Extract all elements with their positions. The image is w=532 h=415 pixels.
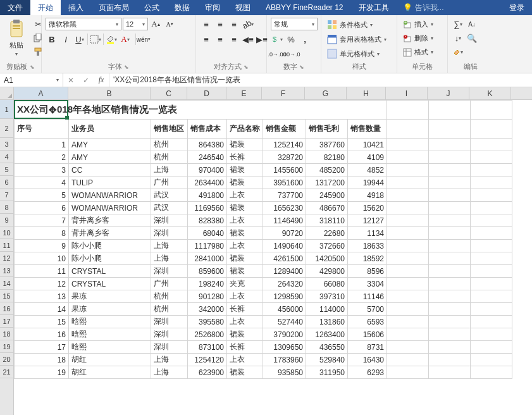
col-header[interactable]: F [262, 87, 305, 99]
row-header[interactable]: 7 [0, 189, 13, 201]
col-header[interactable]: I [386, 87, 428, 99]
cell[interactable] [471, 101, 512, 120]
cell[interactable] [471, 316, 512, 328]
cell[interactable]: 82180 [306, 151, 348, 164]
font-size-combo[interactable]: 12▾ [123, 18, 148, 30]
cell[interactable] [429, 177, 471, 189]
row-header[interactable]: 8 [0, 201, 13, 214]
cell[interactable] [471, 265, 512, 278]
row-header[interactable]: 6 [0, 176, 13, 189]
cell[interactable]: 杭州 [151, 303, 188, 316]
cell[interactable] [429, 328, 471, 341]
cell[interactable]: 429800 [306, 265, 348, 278]
cell[interactable]: 上衣 [227, 189, 263, 202]
cell[interactable]: WOMANWARRIOR [69, 189, 151, 202]
cell[interactable]: 19 [15, 366, 69, 379]
tab-view[interactable]: 视图 [228, 0, 258, 15]
row-header[interactable]: 18 [0, 328, 13, 340]
cell[interactable] [429, 202, 471, 214]
cell[interactable]: 19944 [348, 177, 387, 189]
cell[interactable] [471, 240, 512, 252]
cell[interactable]: 销售毛利 [306, 120, 348, 139]
delete-cells-button[interactable]: ×删除▾ [401, 32, 444, 45]
cell[interactable] [387, 290, 429, 303]
cell[interactable]: 864380 [188, 139, 227, 151]
cell[interactable]: 10421 [348, 139, 387, 151]
cell[interactable]: 395580 [188, 316, 227, 328]
cell[interactable]: 342000 [188, 303, 227, 316]
find-button[interactable]: 🔍 [466, 32, 478, 44]
cell[interactable]: 90720 [263, 227, 306, 240]
cell[interactable]: 11146 [348, 290, 387, 303]
cell[interactable]: 杭州 [151, 290, 188, 303]
cell[interactable] [387, 214, 429, 227]
cell[interactable] [471, 366, 512, 379]
cell[interactable]: 15606 [348, 328, 387, 341]
cell-grid[interactable]: XX公司✥018年各地区销售情况一览表序号业务员销售地区销售成本产品名称销售金额… [14, 100, 512, 379]
row-header[interactable]: 16 [0, 302, 13, 315]
cell[interactable]: 1455600 [263, 164, 306, 177]
cell[interactable]: 裙装 [227, 164, 263, 177]
cell[interactable] [429, 139, 471, 151]
cell[interactable]: 深圳 [151, 227, 188, 240]
cell[interactable] [387, 164, 429, 177]
cell[interactable]: 2634400 [188, 177, 227, 189]
cell[interactable]: 销售数量 [348, 120, 387, 139]
cell[interactable]: 果冻 [69, 303, 151, 316]
cell[interactable]: 深圳 [151, 265, 188, 278]
cell[interactable]: AMY [69, 151, 151, 164]
cell[interactable] [387, 341, 429, 354]
cell[interactable] [387, 120, 429, 139]
cell[interactable]: 114000 [306, 303, 348, 316]
cell[interactable]: 935850 [263, 366, 306, 379]
cell[interactable]: 裙装 [227, 265, 263, 278]
cell[interactable]: 深圳 [151, 341, 188, 354]
align-right-button[interactable]: ≡ [228, 33, 240, 46]
cell[interactable]: 上衣 [227, 240, 263, 252]
cell[interactable]: 397310 [306, 290, 348, 303]
cell[interactable]: 上衣 [227, 316, 263, 328]
cell[interactable]: 晗熙 [69, 328, 151, 341]
cell[interactable]: 264320 [263, 278, 306, 290]
cell[interactable] [429, 303, 471, 316]
cell[interactable] [471, 120, 512, 139]
cell[interactable]: 198240 [188, 278, 227, 290]
cell[interactable]: 8731 [348, 341, 387, 354]
cell[interactable]: CC [69, 164, 151, 177]
cell[interactable] [429, 265, 471, 278]
bold-button[interactable]: B [46, 33, 58, 46]
align-top-button[interactable]: ≡ [200, 18, 213, 30]
cell[interactable]: 夹克 [227, 278, 263, 290]
cell[interactable]: 16 [15, 328, 69, 341]
cell[interactable]: 131860 [306, 316, 348, 328]
tab-insert[interactable]: 插入 [61, 0, 91, 15]
comma-button[interactable]: , [299, 33, 311, 46]
cell[interactable]: 深圳 [151, 328, 188, 341]
cell[interactable] [387, 240, 429, 252]
cell[interactable]: 1317200 [306, 177, 348, 189]
cell[interactable] [429, 278, 471, 290]
underline-button[interactable]: U▾ [73, 33, 86, 46]
cell[interactable] [471, 189, 512, 202]
cell[interactable] [387, 328, 429, 341]
tab-review[interactable]: 审阅 [197, 0, 228, 15]
cell[interactable] [429, 354, 471, 366]
cell[interactable]: 2 [15, 151, 69, 164]
increase-font-button[interactable]: A▴ [149, 18, 162, 30]
col-header[interactable]: G [305, 87, 347, 99]
cell[interactable]: 胡红 [69, 366, 151, 379]
cell[interactable] [429, 151, 471, 164]
cell[interactable]: 12127 [348, 214, 387, 227]
cell[interactable]: 裙装 [227, 202, 263, 214]
cell[interactable] [387, 354, 429, 366]
sort-filter-button[interactable]: A↓ [466, 18, 478, 30]
cell[interactable] [387, 227, 429, 240]
formula-input[interactable]: 'XX公司2018年各地区销售情况一览表 [109, 73, 532, 87]
row-header[interactable]: 20 [0, 353, 13, 366]
cell[interactable] [471, 202, 512, 214]
cell[interactable]: 5 [15, 189, 69, 202]
cell[interactable]: 裙装 [227, 177, 263, 189]
cell[interactable]: 业务员 [69, 120, 151, 139]
cell[interactable]: 序号 [15, 120, 69, 139]
cell[interactable]: 晗熙 [69, 316, 151, 328]
